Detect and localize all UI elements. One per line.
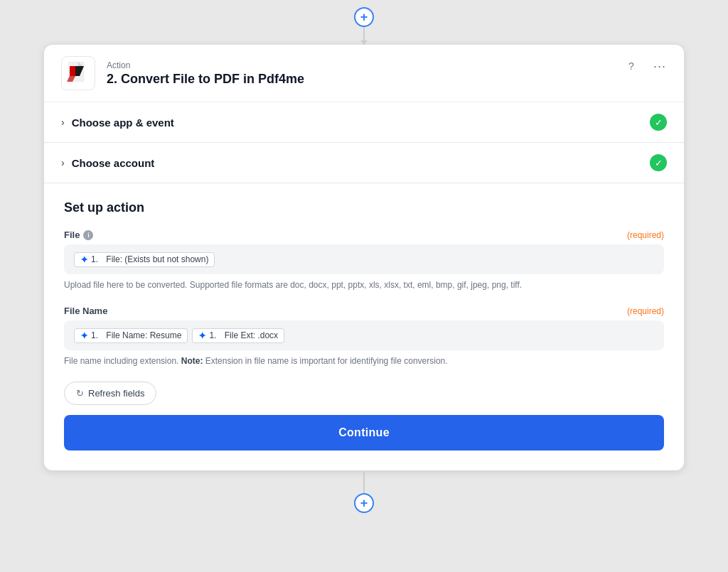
- chevron-down-icon: ›: [61, 117, 65, 128]
- filename-required-badge: (required): [627, 306, 664, 316]
- filename-field-label: File Name: [64, 306, 107, 316]
- help-button[interactable]: ?: [621, 56, 641, 76]
- app-icon: [61, 56, 95, 90]
- top-connector: [363, 27, 365, 45]
- filename-input[interactable]: ✦ 1. File Name: Resume ✦ 1. File Ext: .d…: [64, 320, 664, 350]
- file-input[interactable]: ✦ 1. File: (Exists but not shown): [64, 244, 664, 274]
- filename-pill-2: ✦ 1. File Ext: .docx: [192, 328, 284, 343]
- file-field-group: File i (required) ✦ 1. File: (Exists but…: [64, 230, 664, 291]
- chevron-down-icon-2: ›: [61, 157, 65, 168]
- bottom-add-button[interactable]: +: [354, 493, 374, 513]
- continue-button[interactable]: Continue: [64, 415, 664, 450]
- card-title: 2. Convert File to PDF in Pdf4me: [107, 72, 667, 87]
- file-hint: Upload file here to be converted. Suppor…: [64, 279, 664, 291]
- choose-app-event-check: ✓: [650, 114, 667, 131]
- bottom-connector: [363, 472, 365, 493]
- file-info-icon: i: [83, 230, 93, 240]
- more-menu-button[interactable]: ···: [650, 56, 670, 76]
- file-field-label: File i: [64, 230, 93, 240]
- card-label: Action: [107, 60, 667, 70]
- choose-app-event-section[interactable]: › Choose app & event ✓: [44, 102, 684, 143]
- choose-account-section[interactable]: › Choose account ✓: [44, 143, 684, 183]
- filename-hint: File name including extension. Note: Ext…: [64, 355, 664, 367]
- top-add-button[interactable]: +: [354, 7, 374, 27]
- filename-field-group: File Name (required) ✦ 1. File Name: Res…: [64, 306, 664, 367]
- file-value-pill: ✦ 1. File: (Exists but not shown): [74, 252, 215, 267]
- file-required-badge: (required): [627, 230, 664, 240]
- choose-app-event-label: Choose app & event: [72, 117, 650, 129]
- choose-account-check: ✓: [650, 154, 667, 171]
- choose-account-label: Choose account: [72, 157, 650, 169]
- action-card: Action 2. Convert File to PDF in Pdf4me …: [44, 45, 684, 470]
- setup-title: Set up action: [64, 200, 664, 215]
- refresh-fields-button[interactable]: ↻ Refresh fields: [64, 382, 156, 405]
- filename-pill-1: ✦ 1. File Name: Resume: [74, 328, 188, 343]
- refresh-icon: ↻: [76, 388, 84, 399]
